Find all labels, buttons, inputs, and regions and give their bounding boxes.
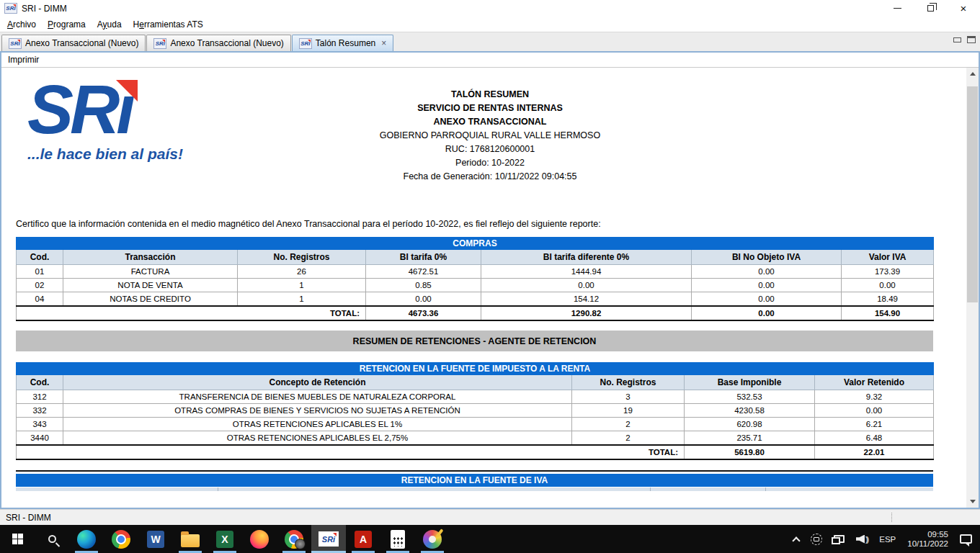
- window-controls: ×: [881, 0, 980, 17]
- cell: 0.00: [692, 279, 842, 292]
- notification-icon: [960, 534, 972, 544]
- taskbar-acrobat-button[interactable]: A: [346, 525, 380, 553]
- tab-talon-resumen[interactable]: SRi Talón Resumen ×: [292, 35, 393, 51]
- taskbar-calculator-button[interactable]: [380, 525, 415, 553]
- restore-icon: [927, 5, 934, 12]
- cell: 332: [17, 404, 63, 418]
- sri-tab-icon: SRi: [299, 38, 312, 49]
- camera-icon: [811, 534, 822, 545]
- scroll-down-button[interactable]: [966, 495, 979, 508]
- tray-volume-button[interactable]: )): [851, 525, 873, 553]
- view-minimize-button[interactable]: [953, 37, 961, 42]
- report-info-line: Fecha de Generación: 10/11/2022 09:04:55: [1, 170, 979, 184]
- search-icon: [48, 535, 56, 543]
- cell: 19: [572, 404, 685, 418]
- total-value: 5619.80: [685, 445, 815, 459]
- taskbar-sri-dimm-button[interactable]: SRi: [311, 525, 346, 553]
- renta-band: RETENCION EN LA FUENTE DE IMPUESTO A LA …: [17, 363, 934, 375]
- taskbar-firefox-button[interactable]: [242, 525, 277, 553]
- taskbar-excel-button[interactable]: X: [208, 525, 242, 553]
- clock-time: 09:55: [907, 530, 948, 539]
- table-row: 04 NOTAS DE CREDITO 1 0.00 154.12 0.00 1…: [17, 292, 934, 307]
- column-header: BI tarifa 0%: [366, 250, 481, 265]
- minimize-button[interactable]: [881, 0, 914, 17]
- cell: NOTAS DE CREDITO: [63, 292, 238, 307]
- acrobat-icon: A: [355, 531, 372, 548]
- status-text: SRI - DIMM: [6, 513, 51, 523]
- tab-anexo-transaccional-1[interactable]: SRi Anexo Transaccional (Nuevo): [1, 35, 146, 51]
- talon-resumen-report: SRı ...le hace bien al país! TALÓN RESUM…: [1, 68, 979, 508]
- column-header: No. Registros: [238, 250, 366, 265]
- table-row: 332 OTRAS COMPRAS DE BIENES Y SERVICIOS …: [17, 404, 934, 418]
- close-button[interactable]: ×: [947, 0, 980, 17]
- column-header: Valor IVA: [842, 250, 934, 265]
- edge-icon: [77, 530, 96, 549]
- vertical-scrollbar[interactable]: [966, 68, 979, 508]
- paint-icon: [423, 530, 442, 549]
- cell: 01: [17, 265, 63, 279]
- menu-herramientas-ats[interactable]: Herramientas ATS: [129, 18, 210, 31]
- firefox-icon: [250, 530, 269, 549]
- sri-logo-tagline: ...le hace bien al país!: [27, 145, 193, 163]
- scrollbar-thumb[interactable]: [967, 86, 978, 302]
- total-label: TOTAL:: [17, 306, 366, 320]
- cell: 3: [572, 390, 685, 404]
- cell: 154.12: [481, 292, 692, 307]
- taskbar-paint-button[interactable]: [415, 525, 450, 553]
- tray-overflow-button[interactable]: [788, 525, 804, 553]
- taskbar-edge-button[interactable]: [69, 525, 104, 553]
- cell: 0.00: [692, 292, 842, 307]
- cell: 0.85: [366, 279, 481, 292]
- scroll-up-icon: [970, 72, 976, 76]
- tab-anexo-transaccional-2[interactable]: SRi Anexo Transaccional (Nuevo): [146, 35, 290, 51]
- language-indicator[interactable]: ESP: [874, 525, 901, 553]
- tab-close-icon[interactable]: ×: [381, 39, 386, 48]
- network-icon: [834, 535, 845, 543]
- sri-logo: SRı ...le hace bien al país!: [27, 75, 193, 163]
- cell: 9.32: [815, 390, 934, 404]
- menu-programa[interactable]: Programa: [43, 18, 93, 31]
- total-value: 1290.82: [481, 306, 692, 320]
- taskbar-word-button[interactable]: W: [138, 525, 173, 553]
- menu-bar: Archivo Programa Ayuda Herramientas ATS: [0, 17, 980, 32]
- iva-band: RETENCION EN LA FUENTE DE IVA: [16, 474, 933, 487]
- total-label: TOTAL:: [17, 445, 685, 459]
- start-button[interactable]: [0, 525, 35, 553]
- sri-logo-red-triangle-icon: [116, 80, 138, 102]
- profile-badge-icon: [295, 539, 306, 549]
- cell: 2: [572, 418, 685, 431]
- menu-ayuda[interactable]: Ayuda: [93, 18, 129, 31]
- report-toolbar: Imprimir: [1, 53, 979, 68]
- cell: 6.21: [815, 418, 934, 431]
- taskbar-chrome-profile-button[interactable]: [277, 525, 311, 553]
- tray-network-button[interactable]: [829, 525, 850, 553]
- report-content: SRı ...le hace bien al país! TALÓN RESUM…: [1, 68, 979, 508]
- cell: OTRAS RETENCIONES APLICABLES EL 2,75%: [63, 431, 572, 446]
- action-center-button[interactable]: [955, 525, 977, 553]
- view-maximize-button[interactable]: [967, 36, 976, 43]
- menu-archivo[interactable]: Archivo: [3, 18, 43, 31]
- cell: 312: [17, 390, 63, 404]
- calculator-icon: [391, 530, 405, 549]
- taskbar-search-button[interactable]: [35, 525, 69, 553]
- imprimir-menu-item[interactable]: Imprimir: [8, 55, 39, 65]
- taskbar-chrome-button[interactable]: [104, 525, 138, 553]
- sri-tab-icon: SRi: [153, 38, 166, 49]
- cell: 1: [238, 292, 366, 307]
- cell: 18.49: [842, 292, 934, 307]
- compras-header-row: Cod. Transacción No. Registros BI tarifa…: [17, 250, 934, 265]
- chrome-icon: [112, 530, 130, 549]
- total-value: 22.01: [815, 445, 934, 459]
- taskbar-explorer-button[interactable]: [173, 525, 208, 553]
- iva-section-rule: [16, 470, 933, 472]
- column-header: BI No Objeto IVA: [692, 250, 842, 265]
- tray-capture-button[interactable]: [806, 525, 827, 553]
- taskbar-clock[interactable]: 09:55 10/11/2022: [902, 525, 953, 553]
- report-view: Imprimir SRı ...le hace bien al país! TA…: [0, 51, 980, 509]
- app-window: SRi SRI - DIMM × Archivo Programa Ayuda …: [0, 0, 980, 553]
- renta-total-row: TOTAL: 5619.80 22.01: [17, 445, 934, 459]
- cell: 6.48: [815, 431, 934, 446]
- scroll-up-button[interactable]: [966, 68, 979, 80]
- restore-button[interactable]: [914, 0, 947, 17]
- sri-tab-icon: SRi: [9, 38, 22, 49]
